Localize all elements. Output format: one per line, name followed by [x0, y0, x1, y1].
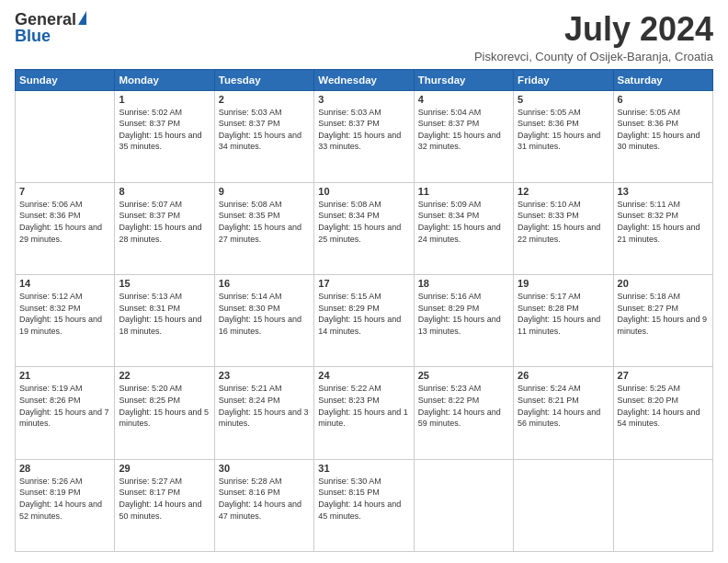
- week-row-5: 28Sunrise: 5:26 AMSunset: 8:19 PMDayligh…: [16, 459, 713, 551]
- cell-w5-d5: [414, 459, 513, 551]
- day-number-22: 22: [119, 370, 210, 381]
- cell-info-7: Sunrise: 5:06 AMSunset: 8:36 PMDaylight:…: [19, 199, 110, 245]
- col-saturday: Saturday: [613, 69, 712, 90]
- cell-info-30: Sunrise: 5:28 AMSunset: 8:16 PMDaylight:…: [219, 476, 310, 522]
- week-row-2: 7Sunrise: 5:06 AMSunset: 8:36 PMDaylight…: [16, 182, 713, 274]
- cell-w4-d5: 25Sunrise: 5:23 AMSunset: 8:22 PMDayligh…: [414, 367, 513, 459]
- logo: General Blue: [15, 11, 86, 44]
- cell-info-28: Sunrise: 5:26 AMSunset: 8:19 PMDaylight:…: [19, 476, 110, 522]
- day-number-14: 14: [19, 278, 110, 289]
- day-number-30: 30: [219, 463, 310, 474]
- cell-w3-d2: 15Sunrise: 5:13 AMSunset: 8:31 PMDayligh…: [115, 275, 214, 367]
- day-number-6: 6: [618, 94, 709, 105]
- cell-w2-d2: 8Sunrise: 5:07 AMSunset: 8:37 PMDaylight…: [115, 182, 214, 274]
- cell-w1-d2: 1Sunrise: 5:02 AMSunset: 8:37 PMDaylight…: [115, 90, 214, 182]
- cell-info-2: Sunrise: 5:03 AMSunset: 8:37 PMDaylight:…: [219, 107, 310, 153]
- day-number-21: 21: [19, 370, 110, 381]
- day-number-23: 23: [219, 370, 310, 381]
- day-number-7: 7: [19, 186, 110, 197]
- cell-info-22: Sunrise: 5:20 AMSunset: 8:25 PMDaylight:…: [119, 383, 210, 429]
- cell-w3-d4: 17Sunrise: 5:15 AMSunset: 8:29 PMDayligh…: [314, 275, 414, 367]
- cell-w1-d6: 5Sunrise: 5:05 AMSunset: 8:36 PMDaylight…: [514, 90, 613, 182]
- week-row-1: 1Sunrise: 5:02 AMSunset: 8:37 PMDaylight…: [16, 90, 713, 182]
- cell-w3-d6: 19Sunrise: 5:17 AMSunset: 8:28 PMDayligh…: [514, 275, 613, 367]
- cell-info-21: Sunrise: 5:19 AMSunset: 8:26 PMDaylight:…: [19, 383, 110, 429]
- cell-w3-d7: 20Sunrise: 5:18 AMSunset: 8:27 PMDayligh…: [613, 275, 712, 367]
- col-monday: Monday: [115, 69, 214, 90]
- cell-w2-d6: 12Sunrise: 5:10 AMSunset: 8:33 PMDayligh…: [514, 182, 613, 274]
- cell-info-11: Sunrise: 5:09 AMSunset: 8:34 PMDaylight:…: [418, 199, 509, 245]
- cell-info-20: Sunrise: 5:18 AMSunset: 8:27 PMDaylight:…: [618, 291, 709, 337]
- cell-w4-d7: 27Sunrise: 5:25 AMSunset: 8:20 PMDayligh…: [613, 367, 712, 459]
- cell-info-13: Sunrise: 5:11 AMSunset: 8:32 PMDaylight:…: [618, 199, 709, 245]
- day-number-9: 9: [219, 186, 310, 197]
- calendar-table: Sunday Monday Tuesday Wednesday Thursday…: [15, 69, 713, 552]
- cell-w1-d4: 3Sunrise: 5:03 AMSunset: 8:37 PMDaylight…: [314, 90, 414, 182]
- day-number-16: 16: [219, 278, 310, 289]
- cell-info-27: Sunrise: 5:25 AMSunset: 8:20 PMDaylight:…: [618, 383, 709, 429]
- day-number-26: 26: [518, 370, 609, 381]
- cell-info-18: Sunrise: 5:16 AMSunset: 8:29 PMDaylight:…: [418, 291, 509, 337]
- cell-info-17: Sunrise: 5:15 AMSunset: 8:29 PMDaylight:…: [318, 291, 409, 337]
- col-sunday: Sunday: [16, 69, 115, 90]
- cell-w2-d7: 13Sunrise: 5:11 AMSunset: 8:32 PMDayligh…: [613, 182, 712, 274]
- week-row-4: 21Sunrise: 5:19 AMSunset: 8:26 PMDayligh…: [16, 367, 713, 459]
- location: Piskorevci, County of Osijek-Baranja, Cr…: [474, 50, 713, 63]
- cell-w5-d6: [514, 459, 613, 551]
- day-number-25: 25: [418, 370, 509, 381]
- day-number-27: 27: [618, 370, 709, 381]
- day-number-1: 1: [119, 94, 210, 105]
- cell-info-1: Sunrise: 5:02 AMSunset: 8:37 PMDaylight:…: [119, 107, 210, 153]
- day-number-20: 20: [618, 278, 709, 289]
- cell-info-29: Sunrise: 5:27 AMSunset: 8:17 PMDaylight:…: [119, 476, 210, 522]
- cell-info-26: Sunrise: 5:24 AMSunset: 8:21 PMDaylight:…: [518, 383, 609, 429]
- cell-w5-d2: 29Sunrise: 5:27 AMSunset: 8:17 PMDayligh…: [115, 459, 214, 551]
- calendar-header-row: Sunday Monday Tuesday Wednesday Thursday…: [16, 69, 713, 90]
- cell-info-8: Sunrise: 5:07 AMSunset: 8:37 PMDaylight:…: [119, 199, 210, 245]
- day-number-15: 15: [119, 278, 210, 289]
- cell-info-24: Sunrise: 5:22 AMSunset: 8:23 PMDaylight:…: [318, 383, 409, 429]
- cell-info-12: Sunrise: 5:10 AMSunset: 8:33 PMDaylight:…: [518, 199, 609, 245]
- logo-triangle-icon: [78, 11, 86, 25]
- col-friday: Friday: [514, 69, 613, 90]
- day-number-4: 4: [418, 94, 509, 105]
- day-number-17: 17: [318, 278, 409, 289]
- month-title: July 2024: [474, 11, 713, 48]
- logo-general: General: [15, 11, 76, 28]
- cell-info-14: Sunrise: 5:12 AMSunset: 8:32 PMDaylight:…: [19, 291, 110, 337]
- cell-w3-d1: 14Sunrise: 5:12 AMSunset: 8:32 PMDayligh…: [16, 275, 115, 367]
- cell-info-5: Sunrise: 5:05 AMSunset: 8:36 PMDaylight:…: [518, 107, 609, 153]
- day-number-19: 19: [518, 278, 609, 289]
- cell-info-19: Sunrise: 5:17 AMSunset: 8:28 PMDaylight:…: [518, 291, 609, 337]
- cell-w5-d7: [613, 459, 712, 551]
- page: General Blue July 2024 Piskorevci, Count…: [0, 0, 728, 563]
- cell-w5-d3: 30Sunrise: 5:28 AMSunset: 8:16 PMDayligh…: [214, 459, 313, 551]
- cell-w2-d5: 11Sunrise: 5:09 AMSunset: 8:34 PMDayligh…: [414, 182, 513, 274]
- cell-info-25: Sunrise: 5:23 AMSunset: 8:22 PMDaylight:…: [418, 383, 509, 429]
- cell-w4-d4: 24Sunrise: 5:22 AMSunset: 8:23 PMDayligh…: [314, 367, 414, 459]
- day-number-28: 28: [19, 463, 110, 474]
- cell-info-4: Sunrise: 5:04 AMSunset: 8:37 PMDaylight:…: [418, 107, 509, 153]
- cell-info-31: Sunrise: 5:30 AMSunset: 8:15 PMDaylight:…: [318, 476, 409, 522]
- cell-info-9: Sunrise: 5:08 AMSunset: 8:35 PMDaylight:…: [219, 199, 310, 245]
- cell-w4-d2: 22Sunrise: 5:20 AMSunset: 8:25 PMDayligh…: [115, 367, 214, 459]
- cell-w3-d3: 16Sunrise: 5:14 AMSunset: 8:30 PMDayligh…: [214, 275, 313, 367]
- cell-w5-d1: 28Sunrise: 5:26 AMSunset: 8:19 PMDayligh…: [16, 459, 115, 551]
- day-number-2: 2: [219, 94, 310, 105]
- cell-info-15: Sunrise: 5:13 AMSunset: 8:31 PMDaylight:…: [119, 291, 210, 337]
- cell-w2-d3: 9Sunrise: 5:08 AMSunset: 8:35 PMDaylight…: [214, 182, 313, 274]
- day-number-18: 18: [418, 278, 509, 289]
- day-number-12: 12: [518, 186, 609, 197]
- cell-w5-d4: 31Sunrise: 5:30 AMSunset: 8:15 PMDayligh…: [314, 459, 414, 551]
- cell-w4-d1: 21Sunrise: 5:19 AMSunset: 8:26 PMDayligh…: [16, 367, 115, 459]
- cell-info-10: Sunrise: 5:08 AMSunset: 8:34 PMDaylight:…: [318, 199, 409, 245]
- cell-info-16: Sunrise: 5:14 AMSunset: 8:30 PMDaylight:…: [219, 291, 310, 337]
- day-number-29: 29: [119, 463, 210, 474]
- title-block: July 2024 Piskorevci, County of Osijek-B…: [474, 11, 713, 63]
- cell-w1-d1: [16, 90, 115, 182]
- cell-w4-d6: 26Sunrise: 5:24 AMSunset: 8:21 PMDayligh…: [514, 367, 613, 459]
- header: General Blue July 2024 Piskorevci, Count…: [15, 11, 713, 63]
- day-number-11: 11: [418, 186, 509, 197]
- cell-w1-d5: 4Sunrise: 5:04 AMSunset: 8:37 PMDaylight…: [414, 90, 513, 182]
- cell-info-3: Sunrise: 5:03 AMSunset: 8:37 PMDaylight:…: [318, 107, 409, 153]
